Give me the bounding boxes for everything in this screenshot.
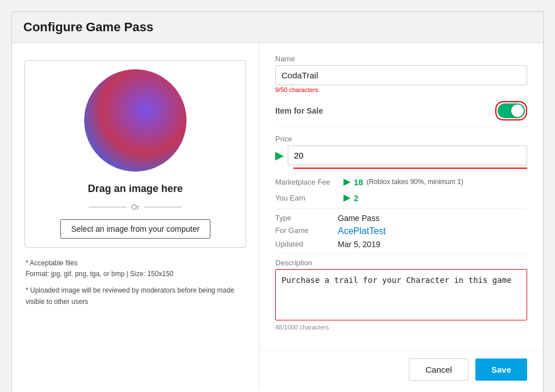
description-label: Description	[275, 258, 527, 267]
sale-label: Item for Sale	[275, 106, 323, 115]
updated-row: Updated Mar 5, 2019	[275, 240, 527, 249]
you-earn-row: You Earn ▶ 2	[275, 193, 527, 203]
item-for-sale-row: Item for Sale	[275, 101, 527, 127]
file-info: * Acceptable files Format: jpg, gif, png…	[23, 258, 247, 307]
drag-text: Drag an image here	[88, 183, 183, 195]
dialog-footer: Cancel Save	[259, 350, 543, 389]
left-panel: Drag an image here Or Select an image fr…	[12, 43, 259, 389]
price-underline	[293, 168, 527, 169]
robux-earn-icon: ▶	[343, 193, 350, 203]
for-game-label: For Game	[275, 226, 338, 236]
item-for-sale-toggle[interactable]	[498, 103, 525, 118]
you-earn-value: ▶ 2	[343, 193, 358, 203]
marketplace-fee-label: Marketplace Fee	[275, 178, 338, 186]
name-input[interactable]	[275, 65, 527, 85]
or-divider: Or	[84, 203, 187, 211]
updated-value: Mar 5, 2019	[338, 240, 380, 249]
type-label: Type	[275, 214, 338, 223]
dialog-title: Configure Game Pass	[12, 12, 543, 43]
type-value: Game Pass	[338, 214, 379, 223]
robux-price-icon: ▶	[275, 149, 283, 162]
updated-label: Updated	[275, 240, 338, 249]
type-row: Type Game Pass	[275, 214, 527, 223]
description-char-count: 48/1000 characters	[275, 324, 527, 331]
name-label: Name	[275, 55, 527, 63]
marketplace-fee-num: 18	[354, 177, 363, 187]
moderation-note: * Uploaded image will be reviewed by mod…	[26, 285, 247, 307]
dialog-body: Drag an image here Or Select an image fr…	[12, 43, 543, 389]
image-dropzone[interactable]: Drag an image here Or Select an image fr…	[24, 60, 246, 248]
file-format-info: Format: jpg, gif, png, tga, or bmp | Siz…	[26, 269, 247, 280]
toggle-wrapper[interactable]	[495, 101, 527, 120]
cancel-button[interactable]: Cancel	[409, 358, 469, 381]
marketplace-fee-value: ▶ 18 (Roblox takes 90%, minimum 1)	[343, 177, 463, 187]
toggle-knob	[511, 105, 524, 117]
for-game-row: For Game AcePlatTest	[275, 226, 527, 236]
select-image-button[interactable]: Select an image from your computer	[60, 219, 210, 239]
marketplace-fee-note: (Roblox takes 90%, minimum 1)	[367, 178, 463, 186]
name-group: Name 9/50 characters	[275, 55, 527, 93]
robux-marketplace-icon: ▶	[343, 177, 350, 187]
you-earn-label: You Earn	[275, 194, 338, 202]
description-textarea[interactable]: Purchase a trail for your Character in t…	[275, 269, 527, 320]
image-preview	[84, 69, 187, 172]
name-char-count: 9/50 characters	[275, 86, 527, 93]
price-row: ▶	[275, 145, 527, 165]
divider	[275, 208, 527, 209]
marketplace-fee-row: Marketplace Fee ▶ 18 (Roblox takes 90%, …	[275, 177, 527, 187]
for-game-link[interactable]: AcePlatTest	[338, 226, 386, 236]
acceptable-files-label: * Acceptable files	[26, 258, 247, 269]
divider2	[275, 253, 527, 254]
save-button[interactable]: Save	[475, 358, 527, 381]
description-group: Description Purchase a trail for your Ch…	[275, 258, 527, 331]
price-label: Price	[275, 135, 527, 143]
you-earn-num: 2	[354, 193, 358, 203]
right-panel: Name 9/50 characters Item for Sale Price	[259, 43, 543, 350]
price-input[interactable]	[288, 145, 527, 165]
configure-gamepass-dialog: Configure Game Pass Drag an image here O…	[11, 11, 544, 392]
price-group: Price ▶	[275, 135, 527, 169]
